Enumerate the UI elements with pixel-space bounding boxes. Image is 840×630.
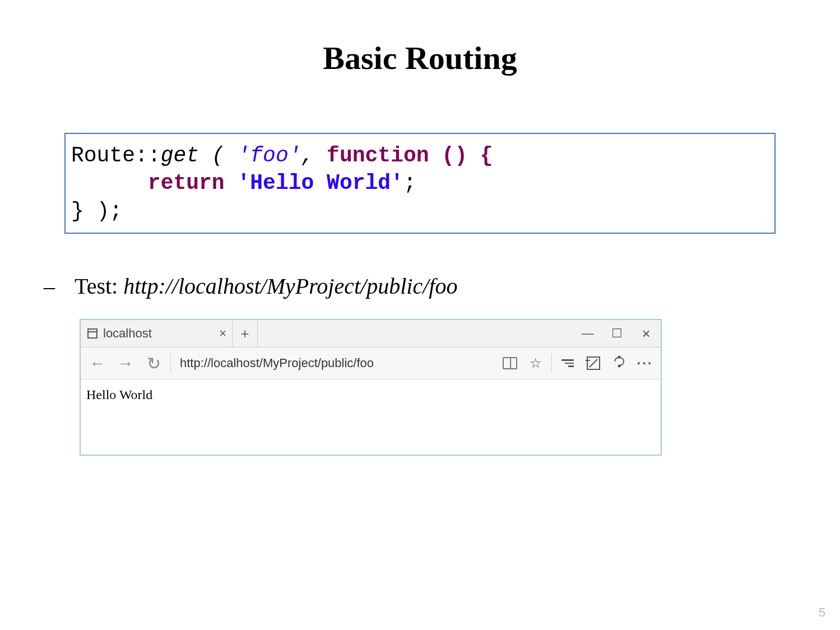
nav-separator: [551, 354, 552, 373]
window-minimize-button[interactable]: —: [573, 320, 602, 347]
window-close-button[interactable]: ×: [632, 320, 661, 347]
slide: Basic Routing Route::get ( 'foo', functi…: [0, 0, 840, 630]
browser-tab[interactable]: localhost ×: [81, 320, 233, 347]
reading-view-icon[interactable]: [498, 348, 522, 379]
code-token: get (: [161, 143, 238, 168]
nav-separator: [170, 354, 171, 373]
slide-title: Basic Routing: [50, 39, 790, 77]
tab-spacer: [258, 320, 573, 347]
nav-bar: ← → ↻ http://localhost/MyProject/public/…: [81, 348, 661, 379]
address-bar[interactable]: http://localhost/MyProject/public/foo: [174, 356, 374, 370]
bullet-dash: –: [44, 273, 75, 299]
test-bullet: – Test: http://localhost/MyProject/publi…: [44, 273, 790, 299]
slide-number: 5: [819, 605, 825, 620]
test-label: Test:: [75, 274, 123, 299]
code-token: 'Hello World': [237, 171, 403, 195]
code-token: return: [148, 171, 238, 195]
code-token: ;: [403, 171, 416, 195]
back-button[interactable]: ←: [84, 348, 111, 379]
code-block: Route::get ( 'foo', function () { return…: [64, 133, 776, 234]
tab-bar: localhost × + — ☐ ×: [81, 320, 661, 348]
refresh-button[interactable]: ↻: [140, 348, 167, 379]
test-url: http://localhost/MyProject/public/foo: [123, 274, 457, 299]
web-note-icon[interactable]: [581, 348, 606, 379]
tab-title: localhost: [103, 326, 218, 341]
more-icon[interactable]: ···: [633, 348, 657, 379]
forward-button[interactable]: →: [112, 348, 139, 379]
code-token: [71, 171, 148, 195]
window-maximize-button[interactable]: ☐: [602, 320, 632, 347]
code-token: function () {: [327, 143, 493, 168]
code-token: } );: [71, 199, 122, 223]
page-icon: [87, 328, 98, 339]
code-token: ,: [301, 143, 327, 168]
new-tab-button[interactable]: +: [233, 320, 258, 347]
browser-window: localhost × + — ☐ × ← → ↻ http://localho…: [80, 319, 662, 456]
hub-icon[interactable]: [555, 348, 580, 379]
code-token: 'foo': [237, 143, 301, 168]
close-tab-icon[interactable]: ×: [218, 326, 228, 341]
svg-point-0: [619, 356, 620, 358]
share-icon[interactable]: [607, 348, 632, 379]
page-content: Hello World: [81, 379, 661, 455]
svg-point-1: [619, 365, 620, 367]
favorite-icon[interactable]: ☆: [523, 348, 548, 379]
bullet-text: Test: http://localhost/MyProject/public/…: [75, 273, 457, 299]
code-token: Route::: [71, 143, 161, 168]
